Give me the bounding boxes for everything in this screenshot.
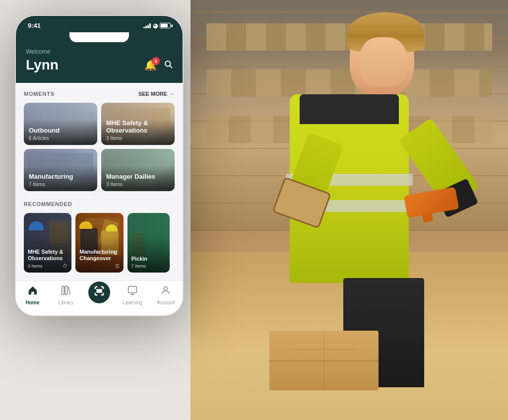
clock-icon: ⏱: [63, 263, 67, 269]
moment-title-manager: Manager Dailies: [106, 173, 170, 181]
notification-button[interactable]: 🔔 3: [144, 60, 157, 70]
scan-icon: [94, 285, 105, 299]
home-icon: [27, 285, 38, 298]
app-header: Welcome Lynn 🔔 3: [16, 42, 183, 83]
see-more-button[interactable]: SEE MORE →: [138, 91, 175, 97]
battery-icon: [160, 23, 171, 28]
recommended-scroll: MHE Safety & Observations 3 Items ⏱: [24, 213, 175, 273]
svg-rect-2: [62, 286, 64, 295]
rec-title-changeover: Manufacturing Changeover: [79, 249, 119, 262]
library-icon: [61, 285, 71, 298]
background-photo: [190, 0, 508, 420]
phone-frame: 9:41 ◕ Welcome Lynn 🔔: [15, 15, 184, 316]
status-bar: 9:41 ◕: [16, 16, 183, 32]
rec-card-changeover[interactable]: Manufacturing Changeover ☰: [75, 213, 123, 273]
moment-title-manufacturing: Manufacturing: [29, 173, 92, 181]
moment-card-outbound[interactable]: Outbound 6 Articles: [24, 103, 97, 145]
nav-learning-label: Learning: [123, 300, 142, 305]
nav-scan[interactable]: [87, 287, 112, 303]
nav-learning[interactable]: Learning: [120, 285, 145, 305]
nav-account[interactable]: Account: [153, 285, 178, 305]
moments-section-header: MOMENTS SEE MORE →: [24, 91, 175, 97]
search-button[interactable]: [164, 60, 173, 71]
svg-rect-4: [97, 289, 98, 292]
moment-title-outbound: Outbound: [29, 127, 92, 135]
rec-card-mhe[interactable]: MHE Safety & Observations 3 Items ⏱: [24, 213, 71, 273]
rec-card-picking[interactable]: Pickin 7 Items: [127, 213, 170, 273]
notification-badge: 3: [152, 57, 160, 65]
moments-title: MOMENTS: [24, 91, 55, 97]
status-time: 9:41: [28, 22, 41, 29]
recommended-section-header: RECOMMENDED: [24, 201, 175, 207]
moment-subtitle-outbound: 6 Articles: [29, 136, 92, 141]
app-content: MOMENTS SEE MORE → Outbound: [16, 83, 183, 280]
status-icons: ◕: [143, 22, 171, 29]
moment-subtitle-mhe: 3 Items: [106, 136, 170, 141]
moment-subtitle-manager: 3 Items: [106, 182, 170, 187]
rec-title-picking: Pickin: [131, 256, 166, 262]
learning-icon: [127, 285, 138, 298]
moment-card-manufacturing[interactable]: Manufacturing 7 Items: [24, 149, 97, 191]
svg-rect-5: [99, 289, 100, 292]
rec-count-mhe: 3 Items: [28, 264, 43, 269]
nav-home[interactable]: Home: [20, 285, 45, 305]
bottom-nav: Home Library: [16, 280, 183, 315]
nav-account-label: Account: [157, 300, 175, 305]
moments-grid: Outbound 6 Articles MHE Safety & Observa…: [24, 103, 175, 191]
svg-point-8: [164, 287, 168, 290]
moment-card-mhe[interactable]: MHE Safety & Observations 3 Items: [101, 103, 175, 145]
nav-home-label: Home: [26, 300, 40, 305]
account-icon: [160, 285, 171, 298]
svg-rect-6: [101, 289, 102, 292]
arrow-icon: →: [169, 91, 175, 97]
welcome-label: Welcome: [26, 48, 173, 55]
nav-library[interactable]: Library: [54, 285, 78, 305]
svg-rect-3: [65, 286, 67, 295]
moment-subtitle-manufacturing: 7 Items: [29, 182, 92, 187]
svg-line-1: [170, 66, 172, 68]
rec-count-picking: 7 Items: [131, 264, 146, 269]
signal-icon: [143, 23, 151, 28]
scan-button[interactable]: [88, 281, 110, 303]
wifi-icon: ◕: [153, 22, 158, 29]
moment-card-manager[interactable]: Manager Dailies 3 Items: [101, 149, 175, 191]
svg-rect-7: [128, 286, 137, 293]
notch: [16, 32, 183, 42]
recommended-title: RECOMMENDED: [24, 201, 72, 207]
user-name: Lynn: [26, 57, 59, 73]
nav-library-label: Library: [58, 300, 73, 305]
rec-title-mhe: MHE Safety & Observations: [28, 249, 67, 262]
moment-title-mhe: MHE Safety & Observations: [106, 119, 170, 135]
list-icon: ☰: [115, 263, 120, 269]
